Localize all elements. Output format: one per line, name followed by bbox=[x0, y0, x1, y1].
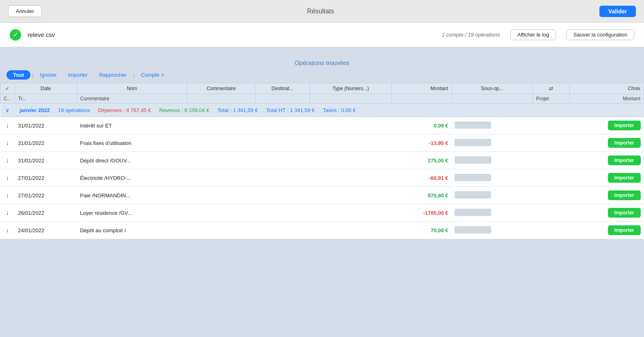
table-row: ↓ 31/01/2022 Frais fixes d'utilisation -… bbox=[0, 134, 644, 152]
row-date-5: 27/01/2022 bbox=[15, 187, 77, 204]
stat-revenus: Revenus : 6 109,04 € bbox=[159, 107, 210, 113]
stat-total: Total : 1 341,59 € bbox=[217, 107, 258, 113]
row-date-6: 26/01/2022 bbox=[15, 204, 77, 222]
row-choix-6: Importer bbox=[570, 204, 644, 222]
group-header-jan2022: ∨ janvier 2022 19 opérations Dépenses : … bbox=[0, 104, 644, 117]
tab-rapprocher[interactable]: Rapprocher bbox=[93, 70, 132, 80]
import-button[interactable]: Importer bbox=[608, 156, 641, 165]
table-row: ↓ 27/01/2022 Électricité /HYDRO-... -60,… bbox=[0, 169, 644, 187]
row-dest-4 bbox=[255, 169, 310, 187]
row-comment-7 bbox=[187, 222, 255, 239]
group-month: janvier 2022 bbox=[20, 107, 50, 113]
row-arrow-2: ↓ bbox=[0, 134, 15, 152]
operations-section: Opérations trouvées Tout | Ignorer Impor… bbox=[0, 54, 644, 239]
row-arrow-3: ↓ bbox=[0, 152, 15, 169]
row-name-2: Frais fixes d'utilisation bbox=[77, 134, 187, 152]
row-choix-7: Importer bbox=[570, 222, 644, 239]
table-row: ↓ 27/01/2022 Paie /NORMANDIN... 970,80 €… bbox=[0, 187, 644, 204]
download-arrow-icon: ↓ bbox=[6, 157, 9, 164]
tab-tout[interactable]: Tout bbox=[6, 70, 30, 80]
row-sousop-4 bbox=[451, 169, 532, 187]
row-type-5 bbox=[310, 187, 392, 204]
row-amount-6: -1785,00 € bbox=[392, 204, 452, 222]
col-date: Date bbox=[15, 83, 77, 94]
row-date-4: 27/01/2022 bbox=[15, 169, 77, 187]
group-stats: ∨ janvier 2022 19 opérations Dépenses : … bbox=[5, 107, 639, 113]
chevron-down-icon: ∨ bbox=[161, 72, 164, 78]
col-comment: Commentaire bbox=[187, 83, 255, 94]
table-subheader: C... Tr... Commentaire Projet Montant bbox=[0, 94, 644, 104]
table-row: ↓ 24/01/2022 Dépôt au comptoir / 70,00 €… bbox=[0, 222, 644, 239]
row-choix-3: Importer bbox=[570, 152, 644, 169]
operations-table: ✓ Date Nom Commentaire Destinat... Type … bbox=[0, 83, 644, 239]
row-choix-2: Importer bbox=[570, 134, 644, 152]
subcol-commentaire: Commentaire bbox=[77, 94, 187, 104]
sous-op-bar bbox=[455, 139, 491, 146]
row-amount-7: 70,00 € bbox=[392, 222, 452, 239]
download-arrow-icon: ↓ bbox=[6, 122, 9, 129]
row-amount-4: -60,91 € bbox=[392, 169, 452, 187]
row-comment-2 bbox=[187, 134, 255, 152]
row-comment-1 bbox=[187, 117, 255, 134]
row-amount-1: 0,09 € bbox=[392, 117, 452, 134]
subcol-empty5 bbox=[451, 94, 532, 104]
row-name-6: Loyer résidence /GV... bbox=[77, 204, 187, 222]
row-dest-7 bbox=[255, 222, 310, 239]
row-arrow-1: ↓ bbox=[0, 117, 15, 134]
row-date-2: 31/01/2022 bbox=[15, 134, 77, 152]
filter-tabs: Tout | Ignorer Importer Rapprocher | Com… bbox=[0, 70, 644, 83]
col-check: ✓ bbox=[0, 83, 15, 94]
subcol-tr: Tr... bbox=[15, 94, 77, 104]
row-comment-6 bbox=[187, 204, 255, 222]
import-button[interactable]: Importer bbox=[608, 208, 641, 218]
row-date-1: 31/01/2022 bbox=[15, 117, 77, 134]
row-type-6 bbox=[310, 204, 392, 222]
row-arrow-6: ↓ bbox=[0, 204, 15, 222]
row-amount-2: -13,95 € bbox=[392, 134, 452, 152]
collapse-icon[interactable]: ∨ bbox=[5, 107, 9, 113]
col-trans: ⇄ bbox=[532, 83, 569, 94]
row-type-4 bbox=[310, 169, 392, 187]
row-name-7: Dépôt au comptoir / bbox=[77, 222, 187, 239]
row-sousop-7 bbox=[451, 222, 532, 239]
file-name: releve.csv bbox=[28, 31, 55, 38]
group-count: 19 opérations bbox=[58, 107, 90, 113]
row-type-3 bbox=[310, 152, 392, 169]
col-name: Nom bbox=[77, 83, 187, 94]
tab-ignorer[interactable]: Ignorer bbox=[34, 70, 62, 80]
subcol-empty4 bbox=[392, 94, 452, 104]
import-button[interactable]: Importer bbox=[608, 173, 641, 183]
import-button[interactable]: Importer bbox=[608, 190, 641, 200]
row-name-5: Paie /NORMANDIN... bbox=[77, 187, 187, 204]
row-type-2 bbox=[310, 134, 392, 152]
col-dest: Destinat... bbox=[255, 83, 310, 94]
sous-op-bar bbox=[455, 174, 491, 181]
row-arrow-5: ↓ bbox=[0, 187, 15, 204]
table-row: ↓ 31/01/2022 Intérêt sur ET 0,09 € Impor… bbox=[0, 117, 644, 134]
col-montant: Montant bbox=[392, 83, 452, 94]
stat-taxes: Taxes : 0,00 € bbox=[323, 107, 356, 113]
save-config-button[interactable]: Sauver la configuration bbox=[567, 29, 634, 40]
table-row: ↓ 31/01/2022 Dépôt direct /GOUV... 275,0… bbox=[0, 152, 644, 169]
import-button[interactable]: Importer bbox=[608, 138, 641, 148]
cancel-button[interactable]: Annuler bbox=[8, 5, 42, 17]
subcol-empty3 bbox=[310, 94, 392, 104]
import-button[interactable]: Importer bbox=[608, 121, 641, 130]
subcol-empty2 bbox=[255, 94, 310, 104]
row-amount-5: 970,80 € bbox=[392, 187, 452, 204]
show-log-button[interactable]: Afficher le log bbox=[510, 29, 556, 40]
subcol-c: C... bbox=[0, 94, 15, 104]
col-type: Type (Numéro...) bbox=[310, 83, 392, 94]
tab-compte[interactable]: Compte ∨ bbox=[135, 70, 170, 80]
row-sousop-5 bbox=[451, 187, 532, 204]
row-sousop-6 bbox=[451, 204, 532, 222]
row-choix-1: Importer bbox=[570, 117, 644, 134]
tab-importer[interactable]: Importer bbox=[62, 70, 93, 80]
import-button[interactable]: Importer bbox=[608, 225, 641, 235]
validate-button[interactable]: Valider bbox=[599, 6, 636, 17]
table-header: ✓ Date Nom Commentaire Destinat... Type … bbox=[0, 83, 644, 94]
subcol-projet: Projet bbox=[532, 94, 569, 104]
sous-op-bar bbox=[455, 226, 491, 233]
tab-separator-1: | bbox=[32, 72, 33, 78]
file-bar: ✓ releve.csv 1 compte / 19 opérations Af… bbox=[0, 23, 644, 47]
